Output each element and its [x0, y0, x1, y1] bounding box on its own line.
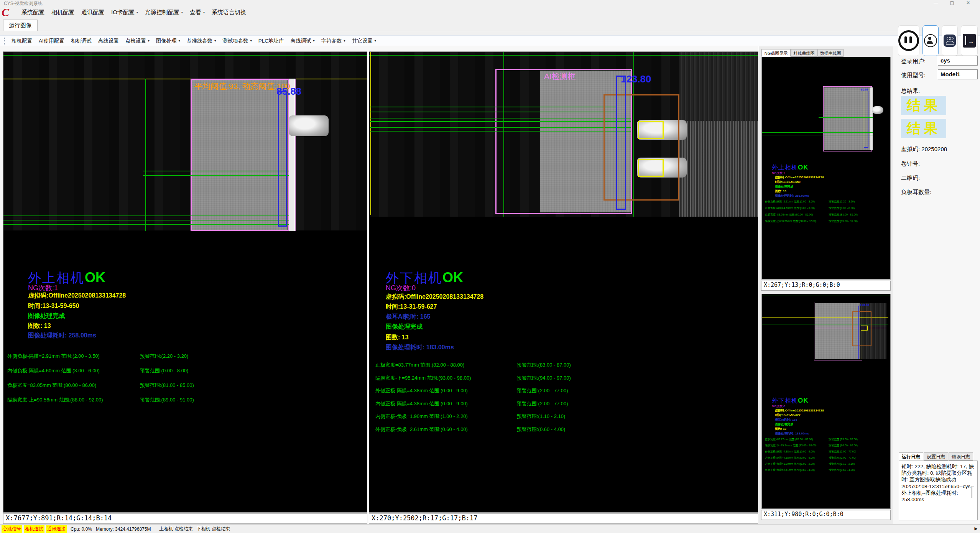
chevron-down-icon: ▾	[375, 39, 376, 43]
user-icon	[924, 34, 937, 47]
frame-count-line: 图数: 13	[386, 334, 409, 342]
tool-spot-check[interactable]: 点检设置▾	[125, 38, 150, 44]
model-label: 使用型号:	[901, 72, 926, 79]
baseline-yellow-line	[370, 52, 371, 215]
measurement-row: 内侧负极-隔膜=4.60mm 范围:(3.00 - 6.00)预警范围:(0.0…	[7, 367, 283, 374]
close-icon[interactable]: ✕	[962, 0, 975, 6]
chevron-down-icon: ▾	[313, 39, 315, 43]
tool-ai-use-config[interactable]: AI使用配置	[39, 38, 64, 44]
cpu-usage-text: Cpu: 0.0%	[71, 526, 92, 532]
measure-line	[3, 220, 289, 220]
tab-material-curve[interactable]: 料线曲线图	[791, 49, 817, 57]
chevron-down-icon: ▾	[148, 39, 150, 43]
measurement-row: 外侧正极-负极=2.61mm 范围:(0.60 - 4.00)预警范围:(0.6…	[765, 468, 888, 472]
tool-test-item-params[interactable]: 测试项参数▾	[222, 38, 252, 44]
edge-line	[145, 79, 146, 231]
edge-line-violet	[295, 79, 296, 231]
pause-button[interactable]	[898, 25, 919, 56]
width-measure-box	[858, 306, 862, 359]
tab-run-log[interactable]: 运行日志	[899, 452, 923, 461]
log-scroll-caret[interactable]	[972, 487, 972, 498]
tool-offline-debug[interactable]: 离线调试▾	[291, 38, 315, 44]
minimize-icon[interactable]: —	[929, 0, 942, 6]
log-panel: 运行日志 设置日志 错误日志 耗时: 222, 缺陷检测耗时: 17, 缺陷分类…	[897, 452, 978, 521]
detection-region-box	[191, 79, 289, 231]
tool-image-processing[interactable]: 图像处理▾	[156, 38, 180, 44]
tool-offline-settings[interactable]: 离线设置	[98, 38, 119, 44]
virtual-code-line: 虚拟码:Offline20250208133134728	[386, 293, 483, 301]
tool-char-params[interactable]: 字符参数▾	[321, 38, 345, 44]
ng-preview-top[interactable]: 85.88 外上相机OK NG次数:1 虚拟码:Offline202502081…	[761, 57, 891, 280]
chevron-down-icon: ▾	[136, 11, 138, 14]
measurement-row: 内侧正极-负极=1.90mm 范围:(1.00 - 2.20)预警范围:(1.1…	[765, 462, 888, 466]
left-camera-view[interactable]: 平均阈值:93, 动态阈值:100 85.88 外上相机OK NG次数:1 虚拟…	[3, 51, 367, 513]
virtual-code-line: 虚拟码:Offline20250208133134728	[775, 175, 824, 179]
threshold-overlay-label: 平均阈值:93, 动态阈值:100	[194, 81, 290, 92]
login-user-field[interactable]: cys	[938, 56, 978, 66]
chevron-down-icon: ▾	[344, 39, 345, 43]
roll-bright-band	[679, 121, 758, 217]
process-time-line: 图像处理耗时: 183.00ms	[775, 431, 809, 436]
user-manage-button[interactable]	[942, 25, 958, 56]
measure-line	[3, 224, 289, 225]
measure-line	[370, 121, 631, 122]
tool-baseline-params[interactable]: 基准线参数▾	[187, 38, 216, 44]
anode-tab-count-label: 负极耳数量:	[901, 189, 931, 196]
time-line: 时间:13-31-59-650	[775, 180, 801, 184]
lower-camera-status-text: 下相机:点检结束	[197, 526, 230, 532]
measure-line	[370, 112, 616, 112]
maximize-icon[interactable]: ▢	[945, 0, 959, 6]
users-icon	[944, 35, 956, 47]
process-done-line: 图像处理完成	[28, 312, 65, 320]
camera-link-status-badge: 相机连接	[24, 525, 44, 533]
tool-plc-address[interactable]: PLC地址库	[258, 38, 284, 44]
measurement-row: 正极宽度=83.77mm 范围:(82.00 - 88.00)预警范围:(83.…	[765, 438, 888, 441]
preview-top-coordinate-bar: X:267;Y:13;R:0;G:0;B:0	[761, 281, 891, 291]
baseline-yellow-line	[762, 85, 890, 85]
menu-camera-config[interactable]: 相机配置	[51, 9, 74, 16]
app-window: CYS-视觉检测系统 — ▢ ✕ Ϲ 系统配置 相机配置 通讯配置 IO卡配置▾…	[0, 0, 980, 533]
tab-ng-screenshot[interactable]: NG截图显示	[761, 49, 791, 57]
process-done-line: 图像处理完成	[775, 422, 793, 426]
chevron-down-icon: ▾	[181, 11, 183, 14]
exit-button[interactable]: →	[961, 25, 978, 56]
measure-line	[370, 127, 631, 128]
measure-line	[819, 115, 873, 115]
width-value-label: 123.80	[621, 73, 651, 85]
tab-data-curve[interactable]: 数据曲线图	[817, 49, 844, 57]
measurement-row: 正极宽度=83.77mm 范围:(82.00 - 88.00)预警范围:(83.…	[375, 362, 667, 368]
bright-edge-strip	[870, 87, 873, 150]
tool-other-settings[interactable]: 其它设置▾	[352, 38, 376, 44]
total-result-label: 总结果:	[901, 87, 920, 95]
login-user-button[interactable]	[922, 25, 939, 56]
width-value-label: 123.80	[860, 303, 869, 307]
menu-light-config[interactable]: 光源控制配置▾	[145, 9, 183, 16]
tab-settings-log[interactable]: 设置日志	[924, 452, 948, 461]
toolbar-grip[interactable]	[4, 38, 5, 44]
model-field[interactable]: Model1	[938, 69, 978, 79]
right-camera-view[interactable]: AI检测框 123.80 外下相机OK NG次数:0 虚拟码:Offline20…	[369, 51, 758, 513]
width-value-label: 85.88	[276, 86, 301, 97]
time-line: 时间:13-31-59-627	[386, 303, 437, 311]
ng-preview-bottom[interactable]: 123.80 外下相机OK NG次数:0 虚拟码:Offline20250208…	[761, 294, 891, 509]
menu-system-config[interactable]: 系统配置	[21, 9, 44, 16]
tab-detect-box	[861, 326, 868, 331]
tab-detect-box	[638, 121, 664, 139]
tool-camera-debug[interactable]: 相机调试	[71, 38, 92, 44]
menu-view[interactable]: 查看▾	[190, 9, 205, 16]
tab-run-image[interactable]: 运行图像	[3, 20, 38, 31]
left-pixel-coordinate-bar: X:7677;Y:891;R:14;G:14;B:14	[3, 513, 367, 524]
time-line: 时间:13-31-59-650	[28, 302, 79, 310]
menu-language-switch[interactable]: 系统语言切换	[212, 9, 246, 16]
tool-camera-config[interactable]: 相机配置	[12, 38, 32, 44]
width-measure-box	[616, 76, 626, 210]
log-text-area[interactable]: 耗时: 222, 缺陷检测耗时: 17, 缺陷分类耗时: 0, 缺陷提取分区耗时…	[899, 461, 978, 520]
measurement-row: 外侧正极-隔膜=4.38mm 范围:(0.00 - 9.00)预警范围:(2.0…	[375, 387, 667, 394]
tab-error-log[interactable]: 错误日志	[949, 452, 973, 461]
measurement-row: 内侧正极-隔膜=4.38mm 范围:(0.00 - 9.00)预警范围:(2.0…	[765, 456, 888, 460]
menu-io-card-config[interactable]: IO卡配置▾	[111, 9, 138, 16]
chevron-down-icon: ▾	[250, 39, 252, 43]
title-bar: CYS-视觉检测系统 — ▢ ✕	[0, 0, 980, 6]
menu-comm-config[interactable]: 通讯配置	[81, 9, 104, 16]
overflow-arrow-icon[interactable]: ▶	[975, 526, 978, 531]
